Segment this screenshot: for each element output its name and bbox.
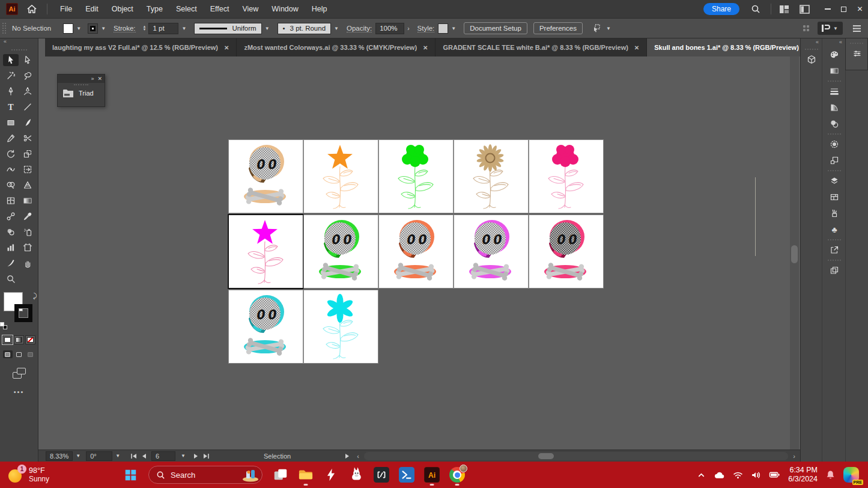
first-artboard-icon[interactable] — [130, 453, 137, 459]
document-setup-button[interactable]: Document Setup — [464, 22, 527, 34]
direct-selection-tool-icon[interactable] — [20, 54, 35, 66]
collapse-dock-a-icon[interactable]: « — [801, 38, 822, 47]
artboard-11-skull[interactable]: 00 — [229, 290, 303, 363]
opacity-label[interactable]: Opacity: — [347, 25, 372, 32]
smart-guides-panel-icon[interactable] — [823, 136, 846, 152]
document-tab-4[interactable]: Skull and bones 1.ai* @ 8.33 % (RGB/Prev… — [647, 38, 818, 56]
none-button[interactable] — [25, 335, 35, 344]
document-tab-1[interactable]: laughting my ass V2 Full.ai* @ 12.5 % (R… — [45, 38, 237, 56]
artboard-4-flower[interactable] — [454, 140, 528, 213]
bell-icon[interactable] — [825, 470, 836, 480]
menu-select[interactable]: Select — [169, 0, 204, 18]
mesh-tool-icon[interactable] — [3, 195, 19, 207]
selection-tool-icon[interactable] — [3, 54, 19, 66]
rotate-tool-icon[interactable] — [3, 148, 19, 160]
rotation-chevron-icon[interactable]: ▼ — [112, 453, 123, 459]
toolbar-grip[interactable] — [11, 49, 27, 50]
brushes-panel-icon[interactable] — [823, 206, 846, 221]
zoom-tool-icon[interactable] — [3, 273, 19, 285]
gradient-button[interactable] — [14, 335, 24, 344]
stroke-chevron-icon[interactable]: ▼ — [99, 25, 108, 32]
prev-artboard-icon[interactable] — [142, 453, 147, 459]
magic-wand-tool-icon[interactable] — [3, 70, 19, 82]
panel-close-icon[interactable]: ✕ — [97, 76, 102, 82]
3d-materials-panel-icon[interactable] — [801, 52, 822, 67]
pin-chevron-icon[interactable]: ▼ — [604, 25, 613, 32]
artboard-chevron-icon[interactable]: ▼ — [178, 453, 189, 459]
style-swatch[interactable] — [438, 23, 448, 34]
perspective-grid-tool-icon[interactable] — [20, 179, 35, 191]
artboard-7-skull[interactable]: 00 — [304, 215, 378, 288]
close-button[interactable]: ✕ — [852, 0, 868, 18]
width-tool-icon[interactable] — [3, 163, 19, 175]
gradient-panel-panel-icon[interactable] — [823, 100, 846, 115]
menu-edit[interactable]: Edit — [79, 0, 105, 18]
chrome-taskbar-icon[interactable] — [447, 463, 467, 486]
tab-close-icon[interactable]: ✕ — [634, 44, 639, 51]
scale-tool-icon[interactable] — [20, 148, 35, 160]
draw-inside-button[interactable] — [26, 350, 35, 358]
hand-tool-icon[interactable] — [20, 257, 35, 269]
arrange-documents-icon[interactable] — [777, 5, 791, 14]
llama-taskbar-icon[interactable] — [346, 463, 366, 486]
tab-close-icon[interactable]: ✕ — [224, 44, 229, 51]
color-panel-icon[interactable] — [823, 47, 846, 63]
illustrator-logo-icon[interactable]: Ai — [6, 3, 18, 15]
weather-widget[interactable]: 1 98°F Sunny — [0, 466, 120, 483]
menu-type[interactable]: Type — [140, 0, 169, 18]
slice-tool-icon[interactable] — [3, 257, 19, 269]
graph-tool-icon[interactable] — [3, 242, 19, 254]
eyedropper-tool-icon[interactable] — [20, 210, 35, 222]
brush-select[interactable]: •3 pt. Round — [278, 23, 332, 34]
document-tab-3[interactable]: GRADENT SCALE TEE white B.ai* @ 8.33 % (… — [436, 38, 647, 56]
chevron-up-icon[interactable] — [697, 471, 706, 480]
stroke-weight-field[interactable]: 1 pt — [148, 23, 178, 34]
document-tab-2[interactable]: zMost wanted Colorways.ai @ 33.33 % (CMY… — [237, 38, 436, 56]
menu-view[interactable]: View — [235, 0, 265, 18]
onedrive-icon[interactable] — [714, 471, 725, 480]
gradient-tool-icon[interactable] — [20, 195, 35, 207]
export-panel-icon[interactable] — [823, 242, 846, 258]
artboard-1-skull[interactable]: 00 — [229, 140, 303, 213]
style-label[interactable]: Style: — [417, 25, 435, 32]
artboard-3-flower[interactable] — [379, 140, 453, 213]
artboard-2-flower[interactable] — [304, 140, 378, 213]
share-button[interactable]: Share — [703, 3, 739, 15]
artboard-8-skull[interactable]: 00 — [379, 215, 453, 288]
menu-effect[interactable]: Effect — [204, 0, 236, 18]
panel-expand-icon[interactable]: » — [91, 76, 94, 82]
menu-window[interactable]: Window — [265, 0, 305, 18]
lightning-taskbar-icon[interactable] — [321, 463, 341, 486]
navigator-panel-icon[interactable] — [823, 263, 846, 278]
draw-normal-button[interactable] — [3, 350, 13, 358]
stroke-weight-chevron-icon[interactable]: ▼ — [180, 25, 188, 32]
menu-file[interactable]: File — [53, 0, 79, 18]
panel-dots-icon[interactable] — [803, 25, 809, 31]
artboards-panel-icon[interactable] — [823, 189, 846, 205]
opacity-field[interactable]: 100% — [375, 23, 404, 34]
rotation-field[interactable]: 0° — [86, 451, 112, 461]
artboard-5-flower[interactable] — [529, 140, 603, 213]
properties-sliders-icon[interactable] — [846, 46, 868, 61]
opacity-arrow-icon[interactable]: › — [405, 24, 411, 33]
wifi-icon[interactable] — [733, 471, 743, 480]
next-artboard-icon[interactable] — [193, 453, 198, 459]
collapse-panel-icon[interactable]: « — [0, 38, 38, 47]
edit-toolbar-ellipsis[interactable]: ••• — [0, 388, 38, 395]
collapse-dock-b-icon[interactable]: « — [823, 38, 845, 47]
illustrator-taskbar-icon[interactable]: Ai — [422, 463, 442, 486]
clock[interactable]: 6:34 PM 6/3/2024 — [788, 466, 818, 484]
artboard-12-flower[interactable] — [304, 290, 378, 363]
symbol-sprayer-tool-icon[interactable] — [20, 226, 35, 238]
width-profile-select[interactable]: Uniform — [194, 23, 261, 34]
free-transform-tool-icon[interactable] — [20, 163, 35, 175]
lasso-tool-icon[interactable] — [20, 70, 35, 82]
menu-help[interactable]: Help — [305, 0, 334, 18]
zoom-chevron-icon[interactable]: ▼ — [73, 453, 83, 459]
artboard-tool-icon[interactable] — [20, 242, 35, 254]
task-view-taskbar-icon[interactable] — [270, 463, 291, 486]
artboard-9-skull[interactable]: 00 — [454, 215, 528, 288]
search-box[interactable]: Search — [148, 466, 263, 484]
tab-close-icon[interactable]: ✕ — [423, 44, 428, 51]
artboard-10-skull[interactable]: 00 — [529, 215, 603, 288]
